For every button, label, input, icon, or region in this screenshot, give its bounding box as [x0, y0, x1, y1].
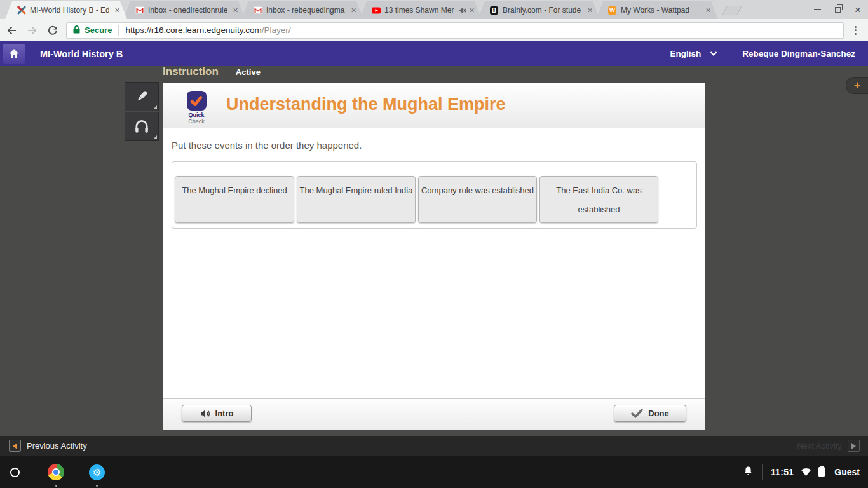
tool-flyout-indicator: [153, 135, 157, 139]
browser-menu-icon[interactable]: [849, 26, 862, 35]
tab-edgenuity[interactable]: MI-World History B - Edg ×: [5, 1, 127, 19]
quiz-header: Quick Check Understanding the Mughal Emp…: [163, 83, 705, 128]
tab-title: MI-World History B - Edg: [30, 6, 109, 15]
tab-gmail-2[interactable]: Inbox - rebequedingman ×: [241, 1, 363, 19]
language-dropdown[interactable]: English: [658, 41, 729, 66]
settings-running-indicator: [96, 485, 98, 487]
window-controls: ×: [807, 0, 868, 19]
tab-instruction[interactable]: Instruction: [163, 65, 219, 78]
home-icon: [8, 48, 20, 59]
edgenuity-favicon: [17, 6, 26, 15]
question-text: Put these events in the order they happe…: [172, 140, 362, 151]
speaker-icon: [200, 409, 210, 418]
tab-title: 13 times Shawn Men: [384, 6, 454, 15]
previous-activity-button[interactable]: [9, 440, 21, 452]
security-label: Secure: [85, 25, 112, 35]
quiz-panel: Quick Check Understanding the Mughal Emp…: [163, 83, 705, 430]
user-name[interactable]: Rebeque Dingman-Sanchez: [729, 49, 868, 58]
wattpad-favicon: W: [607, 6, 617, 15]
forward-icon[interactable]: [23, 22, 41, 39]
tab-brainly[interactable]: B Brainly.com - For studen ×: [478, 1, 600, 19]
tab-gmail-1[interactable]: Inbox - onedirectionrules ×: [123, 1, 245, 19]
youtube-favicon: [371, 6, 381, 15]
settings-app-icon[interactable]: ⚙: [89, 464, 105, 480]
window-restore-button[interactable]: [827, 0, 848, 19]
launcher-icon[interactable]: [10, 468, 20, 477]
tab-close-icon[interactable]: ×: [231, 6, 240, 15]
chrome-app-icon[interactable]: [48, 464, 64, 480]
battery-icon: [818, 467, 825, 477]
arrow-left-icon: [13, 443, 17, 449]
tool-flyout-indicator: [153, 105, 157, 109]
quiz-title: Understanding the Mughal Empire: [226, 95, 506, 114]
audio-playing-icon[interactable]: [458, 7, 466, 14]
padlock-icon: [73, 25, 80, 36]
clock: 11:51: [771, 467, 794, 477]
window-close-button[interactable]: ×: [848, 0, 868, 19]
tab-title: Inbox - onedirectionrules: [148, 6, 227, 15]
draggable-card[interactable]: The Mughal Empire declined: [175, 176, 294, 223]
arrow-right-icon: [851, 443, 856, 449]
done-button[interactable]: Done: [614, 405, 686, 422]
headphones-icon: [133, 119, 150, 134]
draggable-card[interactable]: The Mughal Empire ruled India: [297, 176, 416, 223]
draggable-card[interactable]: Company rule was established: [418, 176, 537, 223]
url-path: /Player/: [262, 25, 291, 35]
quick-check-icon: [187, 91, 207, 111]
tab-close-icon[interactable]: ×: [703, 6, 713, 15]
gmail-favicon: [253, 6, 262, 15]
highlighter-icon: [133, 88, 150, 105]
tab-close-icon[interactable]: ×: [585, 6, 595, 15]
previous-activity-label[interactable]: Previous Activity: [27, 441, 87, 451]
checkmark-icon: [631, 409, 643, 418]
notification-bell-icon[interactable]: [743, 466, 753, 478]
tab-title: Inbox - rebequedingman: [266, 6, 345, 15]
activity-nav-bar: Previous Activity Next Activity: [0, 436, 868, 456]
new-tab-button[interactable]: [722, 6, 742, 15]
tab-close-icon[interactable]: ×: [349, 6, 358, 15]
session-user-label: Guest: [834, 467, 860, 477]
window-minimize-button[interactable]: [807, 0, 827, 19]
card-drop-zone: The Mughal Empire declined The Mughal Em…: [172, 161, 697, 229]
back-icon[interactable]: [3, 22, 20, 39]
wifi-icon: [801, 468, 811, 477]
app-header: MI-World History B English Rebeque Dingm…: [0, 41, 868, 66]
url-host: https://r16.core.learn.edgenuity.com: [125, 25, 261, 35]
tab-wattpad[interactable]: W My Works - Wattpad ×: [596, 1, 718, 19]
plus-icon: +: [854, 79, 861, 92]
url-separator: [118, 25, 119, 36]
highlighter-tool-button[interactable]: [125, 82, 159, 111]
next-activity-label: Next Activity: [797, 441, 842, 451]
chevron-down-icon: [710, 51, 717, 56]
expand-panel-button[interactable]: +: [846, 77, 868, 94]
status-area[interactable]: 11:51 Guest: [743, 456, 860, 488]
tab-youtube[interactable]: 13 times Shawn Men ×: [360, 1, 482, 19]
next-activity-button[interactable]: [848, 440, 860, 452]
refresh-icon[interactable]: [43, 22, 61, 39]
course-title: MI-World History B: [40, 49, 123, 59]
quiz-footer: Intro Done: [163, 398, 705, 430]
intro-button[interactable]: Intro: [182, 405, 252, 422]
quick-check-badge: Quick Check: [182, 91, 210, 125]
tab-title: My Works - Wattpad: [621, 6, 700, 15]
draggable-card[interactable]: The East India Co. was established: [539, 176, 658, 223]
tab-active[interactable]: Active: [236, 67, 261, 77]
tab-title: Brainly.com - For studen: [503, 6, 581, 15]
chrome-running-indicator: [55, 485, 57, 487]
home-button[interactable]: [3, 44, 25, 64]
gear-icon: ⚙: [92, 467, 101, 478]
browser-toolbar: Secure https://r16.core.learn.edgenuity.…: [0, 19, 868, 41]
lesson-toolbox: [125, 82, 159, 142]
browser-tab-strip: MI-World History B - Edg × Inbox - onedi…: [0, 0, 868, 19]
gmail-favicon: [135, 6, 144, 15]
address-bar[interactable]: Secure https://r16.core.learn.edgenuity.…: [66, 22, 844, 39]
os-shelf: ⚙ 11:51 Guest: [0, 456, 868, 488]
lesson-tabs: Instruction Active: [163, 65, 261, 78]
brainly-favicon: B: [489, 6, 499, 15]
tab-close-icon[interactable]: ×: [467, 6, 477, 15]
audio-tool-button[interactable]: [125, 112, 159, 141]
tab-close-icon[interactable]: ×: [112, 6, 122, 15]
